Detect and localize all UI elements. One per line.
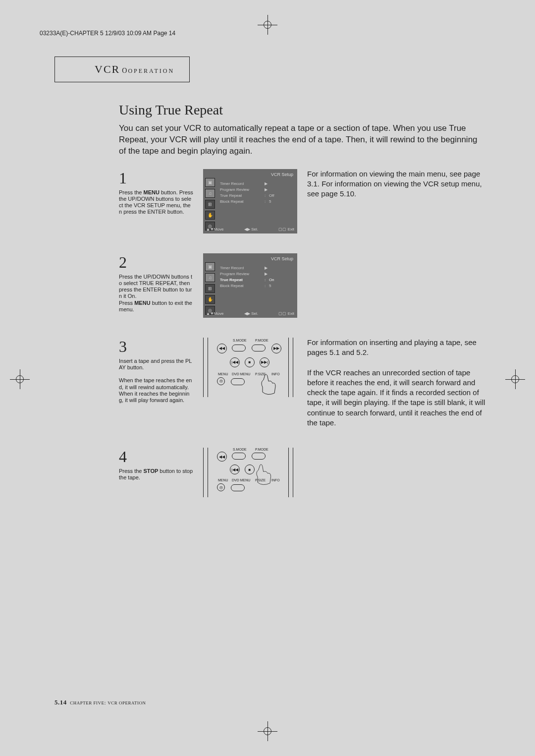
- step-4-num: 4: [119, 448, 193, 466]
- prev-button: |◀◀: [230, 357, 240, 367]
- step-1-text: Press the MENU button. Press the UP/DOWN…: [119, 189, 193, 216]
- osd-item-selected: True Repeat: [220, 278, 243, 282]
- hand-pointer-icon: [253, 463, 277, 487]
- osd-title: VCR Setup: [271, 256, 293, 261]
- osd-val: : 5: [265, 199, 271, 205]
- osd-item: Timer Record: [220, 266, 244, 270]
- osd-item: Timer Record: [220, 181, 244, 186]
- page-title: Using True Repeat: [119, 102, 485, 118]
- page-number: 5.14: [54, 698, 67, 706]
- osd-item: Block Repeat: [220, 284, 244, 288]
- t: Press the UP/DOWN buttons to select TRUE…: [119, 274, 192, 299]
- rew-button: ◀◀: [217, 452, 227, 462]
- osd-val: : On: [265, 277, 274, 283]
- v: On: [269, 278, 274, 282]
- step-1-note: For information on viewing the main menu…: [307, 169, 485, 233]
- v: 5: [269, 199, 271, 204]
- tv-icon: ▣: [205, 178, 215, 187]
- smode-button: [232, 453, 246, 460]
- arrow-icon: ▶: [265, 187, 268, 193]
- rew-button: ◀◀: [217, 344, 227, 353]
- pmode-label: P.MODE: [255, 339, 268, 342]
- prev-button: |◀◀: [230, 465, 240, 474]
- content-area: Using True Repeat You can set your VCR t…: [119, 102, 485, 497]
- step-2-text: Press the UP/DOWN buttons to select TRUE…: [119, 274, 193, 313]
- crop-mark-bottom: [258, 721, 277, 741]
- step-2: 2 Press the UP/DOWN buttons to select TR…: [119, 253, 485, 318]
- page-footer: 5.14 CHAPTER FIVE: VCR OPERATION: [54, 698, 146, 706]
- step-3: 3 Insert a tape and press the PLAY butto…: [119, 338, 485, 428]
- section-header-box: VCR OOPERATION: [54, 57, 190, 82]
- v: 5: [269, 284, 271, 288]
- f: ◀▶ Sel.: [244, 227, 258, 232]
- f: ◀▶ Sel.: [244, 311, 258, 316]
- v: Off: [269, 193, 274, 198]
- t: Press the: [119, 189, 144, 195]
- osd-list: Timer Record▶ Program Review▶ True Repea…: [220, 265, 249, 289]
- footer-title: VCR OPERATION: [107, 700, 146, 705]
- arrow-icon: ▶: [265, 181, 268, 187]
- vcr-icon: ⊞: [205, 200, 215, 209]
- t: When the tape reaches the end, it will r…: [119, 377, 192, 403]
- play-button: ▶▶|: [260, 357, 269, 367]
- step-3-text: Insert a tape and press the PLAY button.…: [119, 358, 193, 404]
- intro-text: You can set your VCR to automatically re…: [119, 123, 485, 157]
- osd-screen-2: VCR Setup ▣ ♫ ⊞ ✋ ◎ Timer Record▶ Progra…: [203, 253, 297, 318]
- footer-chapter: CHAPTER FIVE: [70, 700, 104, 705]
- remote-illustration-2: S.MODE P.MODE ◀◀ |◀◀ ■ MENU DVD MENU P.S…: [203, 448, 293, 497]
- step-1: 1 Press the MENU button. Press the UP/DO…: [119, 169, 485, 233]
- music-icon: ♫: [205, 189, 215, 198]
- dvdmenu-label: DVD MENU: [232, 372, 250, 376]
- smode-label: S.MODE: [233, 339, 247, 342]
- osd-icon-col: ▣ ♫ ⊞ ✋ ◎: [205, 262, 215, 315]
- hand-icon: ✋: [205, 295, 215, 304]
- osd-footer: ▲▼Move ◀▶ Sel. ▢▢ Exit: [206, 311, 294, 316]
- t: MENU: [144, 189, 160, 195]
- t: Press: [119, 300, 134, 306]
- section-vcr: VCR: [95, 63, 120, 75]
- osd-item: Program Review: [220, 272, 249, 276]
- osd-item: Program Review: [220, 187, 249, 192]
- menu-button: ◎: [217, 483, 225, 491]
- step-2-num: 2: [119, 253, 193, 272]
- step-3-note-a: For information on inserting and playing…: [307, 338, 485, 358]
- menu-button: ◎: [217, 377, 225, 385]
- menu-label: MENU: [218, 478, 228, 482]
- step-4: 4 Press the STOP button to stop the tape…: [119, 448, 485, 497]
- osd-item: True Repeat: [220, 193, 242, 198]
- tv-icon: ▣: [205, 262, 215, 271]
- osd-screen-1: VCR Setup ▣ ♫ ⊞ ✋ ◎ Timer Record▶ Progra…: [203, 169, 297, 233]
- remote-illustration-1: S.MODE P.MODE ◀◀ ▶▶ |◀◀ ■ ▶▶| MENU DVD M…: [203, 338, 293, 397]
- osd-val: : 5: [265, 283, 271, 289]
- hand-icon: ✋: [205, 211, 215, 220]
- osd-val: : Off: [265, 193, 274, 199]
- t: MENU: [134, 300, 150, 306]
- ff-button: ▶▶: [271, 344, 281, 353]
- crop-mark-right: [505, 369, 525, 389]
- dvdmenu-label: DVD MENU: [232, 478, 250, 482]
- music-icon: ♫: [205, 273, 215, 282]
- osd-list: Timer Record▶ Program Review▶ True Repea…: [220, 181, 249, 205]
- step-3-note-b: If the VCR reaches an unrecorded section…: [307, 368, 485, 428]
- f: ▲▼Move: [206, 311, 223, 316]
- osd-item: Block Repeat: [220, 199, 244, 204]
- step-3-num: 3: [119, 338, 193, 356]
- osd-footer: ▲▼Move ◀▶ Sel. ▢▢ Exit: [206, 227, 294, 232]
- stop-button: ■: [245, 357, 255, 367]
- smode-label: S.MODE: [233, 448, 247, 451]
- smode-button: [232, 345, 246, 351]
- page: 03233A(E)-CHAPTER 5 12/9/03 10:09 AM Pag…: [40, 30, 495, 704]
- f: ▲▼Move: [206, 227, 223, 232]
- vcr-icon: ⊞: [205, 284, 215, 293]
- osd-title: VCR Setup: [271, 172, 293, 177]
- osd-icon-col: ▣ ♫ ⊞ ✋ ◎: [205, 178, 215, 231]
- pmode-label: P.MODE: [255, 448, 268, 451]
- arrow-icon: ▶: [265, 265, 268, 271]
- dvdmenu-button: [231, 484, 245, 491]
- step-1-num: 1: [119, 169, 193, 187]
- arrow-icon: ▶: [265, 271, 268, 277]
- section-operation-rest: OPERATION: [128, 67, 174, 74]
- crop-mark-left: [10, 369, 30, 389]
- pmode-button: [252, 453, 266, 460]
- dvdmenu-button: [231, 378, 245, 385]
